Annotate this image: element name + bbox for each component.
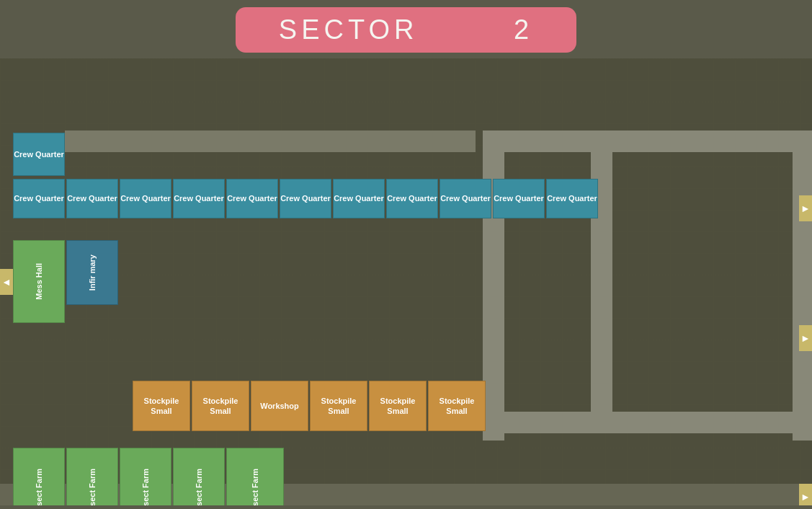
nav-arrow-right-2[interactable]: ►: [799, 325, 812, 351]
stockpile-2[interactable]: Stockpile Small: [192, 381, 249, 431]
crew-quarter-row-11[interactable]: Crew Quarter: [546, 179, 598, 218]
stockpile-4[interactable]: Stockpile Small: [369, 381, 427, 431]
right-arrow-icon-2: ►: [800, 332, 811, 344]
crew-quarter-row-4[interactable]: Crew Quarter: [173, 179, 225, 218]
corridor-bottom-horiz: [483, 412, 812, 433]
sector-number: 2: [514, 14, 533, 45]
crew-quarter-row-8[interactable]: Crew Quarter: [386, 179, 438, 218]
crew-quarter-row-2[interactable]: Crew Quarter: [66, 179, 118, 218]
infirmary-room[interactable]: Infir mary: [66, 240, 118, 305]
insect-farm-1[interactable]: Insect Farm: [13, 448, 65, 505]
nav-arrow-right-3[interactable]: ►: [799, 484, 812, 505]
corridor-right-vert: [483, 130, 504, 441]
crew-quarter-row-5[interactable]: Crew Quarter: [226, 179, 278, 218]
crew-quarter-topleft[interactable]: Crew Quarter: [13, 133, 65, 176]
stockpile-3[interactable]: Stockpile Small: [310, 381, 367, 431]
crew-quarter-row-9[interactable]: Crew Quarter: [440, 179, 491, 218]
crew-quarter-row-6[interactable]: Crew Quarter: [280, 179, 331, 218]
nav-arrow-left[interactable]: ◄: [0, 269, 13, 295]
corridor-right-outer: [793, 130, 812, 441]
sector-label: SECTOR: [279, 14, 419, 45]
left-arrow-icon: ◄: [1, 276, 12, 288]
grid-background: [0, 58, 812, 505]
workshop-room[interactable]: Workshop: [251, 381, 308, 431]
crew-quarter-row-3[interactable]: Crew Quarter: [120, 179, 171, 218]
insect-farm-2[interactable]: Insect Farm: [66, 448, 118, 505]
sector-title: SECTOR 2: [236, 7, 576, 53]
right-arrow-icon-1: ►: [800, 203, 811, 214]
stockpile-5[interactable]: Stockpile Small: [428, 381, 486, 431]
corridor-top-right: [504, 130, 793, 152]
insect-farm-5[interactable]: Insect Farm: [226, 448, 284, 505]
crew-quarter-row-10[interactable]: Crew Quarter: [493, 179, 545, 218]
stockpile-1[interactable]: Stockpile Small: [133, 381, 190, 431]
right-arrow-icon-3: ►: [800, 491, 811, 503]
mess-hall-room[interactable]: Mess Hall: [13, 240, 65, 323]
insect-farm-3[interactable]: Insect Farm: [120, 448, 171, 505]
corridor-top: [65, 130, 476, 152]
insect-farm-4[interactable]: Insect Farm: [173, 448, 225, 505]
header: SECTOR 2: [0, 0, 812, 58]
nav-arrow-right-1[interactable]: ►: [799, 195, 812, 221]
map-container: ◄ ► ► ► Crew Quarter Crew Quarter Crew Q…: [0, 58, 812, 505]
crew-quarter-row-1[interactable]: Crew Quarter: [13, 179, 65, 218]
crew-quarter-row-7[interactable]: Crew Quarter: [333, 179, 385, 218]
